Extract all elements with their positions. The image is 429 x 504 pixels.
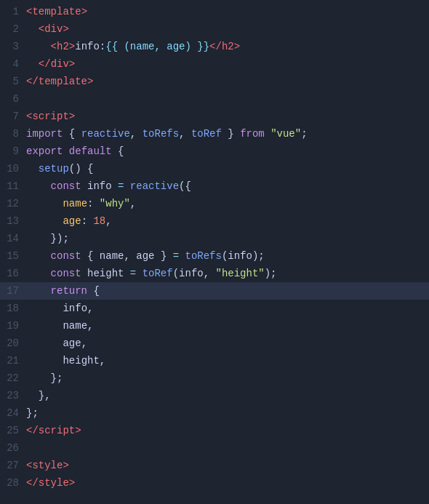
line-code: return { bbox=[26, 282, 429, 300]
code-line: 9export default { bbox=[0, 143, 429, 160]
line-code: </div> bbox=[26, 55, 429, 73]
code-line: 17 return { bbox=[0, 282, 429, 300]
line-code: age, bbox=[26, 335, 429, 352]
line-number: 6 bbox=[0, 90, 26, 108]
line-number: 1 bbox=[0, 3, 26, 20]
line-code: name: "why", bbox=[26, 195, 429, 212]
line-number: 19 bbox=[0, 317, 26, 335]
line-code: <div> bbox=[26, 20, 429, 38]
line-number: 5 bbox=[0, 73, 26, 90]
code-line: 5</template> bbox=[0, 73, 429, 90]
line-code: </template> bbox=[26, 73, 429, 90]
line-code: setup() { bbox=[26, 160, 429, 177]
line-code: age: 18, bbox=[26, 212, 429, 230]
line-code: }, bbox=[26, 387, 429, 404]
line-number: 11 bbox=[0, 177, 26, 195]
code-line: 26 bbox=[0, 439, 429, 457]
code-line: 14 }); bbox=[0, 230, 429, 247]
code-line: 11 const info = reactive({ bbox=[0, 177, 429, 195]
line-number: 7 bbox=[0, 108, 26, 125]
line-code bbox=[26, 90, 429, 108]
line-code: <template> bbox=[26, 3, 429, 20]
line-number: 26 bbox=[0, 439, 26, 457]
code-line: 13 age: 18, bbox=[0, 212, 429, 230]
line-code: <h2>info:{{ (name, age) }}</h2> bbox=[26, 38, 429, 55]
code-line: 19 name, bbox=[0, 317, 429, 335]
line-number: 13 bbox=[0, 212, 26, 230]
code-line: 4 </div> bbox=[0, 55, 429, 73]
code-line: 10 setup() { bbox=[0, 160, 429, 177]
line-code: </style> bbox=[26, 474, 429, 492]
line-number: 23 bbox=[0, 387, 26, 404]
line-code: name, bbox=[26, 317, 429, 335]
line-code: height, bbox=[26, 352, 429, 369]
code-line: 12 name: "why", bbox=[0, 195, 429, 212]
line-number: 24 bbox=[0, 404, 26, 422]
line-code: import { reactive, toRefs, toRef } from … bbox=[26, 125, 429, 143]
code-line: 25</script> bbox=[0, 422, 429, 439]
line-code: const height = toRef(info, "height"); bbox=[26, 265, 429, 282]
code-editor: 1<template>2 <div>3 <h2>info:{{ (name, a… bbox=[0, 0, 429, 495]
line-number: 25 bbox=[0, 422, 26, 439]
line-number: 10 bbox=[0, 160, 26, 177]
line-code: const { name, age } = toRefs(info); bbox=[26, 247, 429, 265]
code-line: 27<style> bbox=[0, 457, 429, 474]
line-number: 22 bbox=[0, 369, 26, 387]
line-code: }); bbox=[26, 230, 429, 247]
line-number: 4 bbox=[0, 55, 26, 73]
code-line: 1<template> bbox=[0, 3, 429, 20]
line-number: 21 bbox=[0, 352, 26, 369]
line-number: 2 bbox=[0, 20, 26, 38]
code-line: 21 height, bbox=[0, 352, 429, 369]
code-line: 15 const { name, age } = toRefs(info); bbox=[0, 247, 429, 265]
line-code: const info = reactive({ bbox=[26, 177, 429, 195]
code-line: 20 age, bbox=[0, 335, 429, 352]
line-number: 17 bbox=[0, 282, 26, 300]
code-line: 6 bbox=[0, 90, 429, 108]
code-line: 3 <h2>info:{{ (name, age) }}</h2> bbox=[0, 38, 429, 55]
code-line: 16 const height = toRef(info, "height"); bbox=[0, 265, 429, 282]
code-line: 8import { reactive, toRefs, toRef } from… bbox=[0, 125, 429, 143]
line-code bbox=[26, 439, 429, 457]
code-line: 18 info, bbox=[0, 300, 429, 317]
line-code: <style> bbox=[26, 457, 429, 474]
line-code: }; bbox=[26, 369, 429, 387]
code-line: 28</style> bbox=[0, 474, 429, 492]
line-code: export default { bbox=[26, 143, 429, 160]
line-number: 28 bbox=[0, 474, 26, 492]
line-number: 15 bbox=[0, 247, 26, 265]
code-line: 23 }, bbox=[0, 387, 429, 404]
line-number: 14 bbox=[0, 230, 26, 247]
line-number: 20 bbox=[0, 335, 26, 352]
line-code: info, bbox=[26, 300, 429, 317]
line-number: 9 bbox=[0, 143, 26, 160]
line-code: </script> bbox=[26, 422, 429, 439]
line-code: }; bbox=[26, 404, 429, 422]
line-number: 18 bbox=[0, 300, 26, 317]
line-code: <script> bbox=[26, 108, 429, 125]
line-number: 8 bbox=[0, 125, 26, 143]
code-line: 7<script> bbox=[0, 108, 429, 125]
line-number: 27 bbox=[0, 457, 26, 474]
line-number: 12 bbox=[0, 195, 26, 212]
code-line: 22 }; bbox=[0, 369, 429, 387]
line-number: 3 bbox=[0, 38, 26, 55]
code-line: 24}; bbox=[0, 404, 429, 422]
code-line: 2 <div> bbox=[0, 20, 429, 38]
line-number: 16 bbox=[0, 265, 26, 282]
